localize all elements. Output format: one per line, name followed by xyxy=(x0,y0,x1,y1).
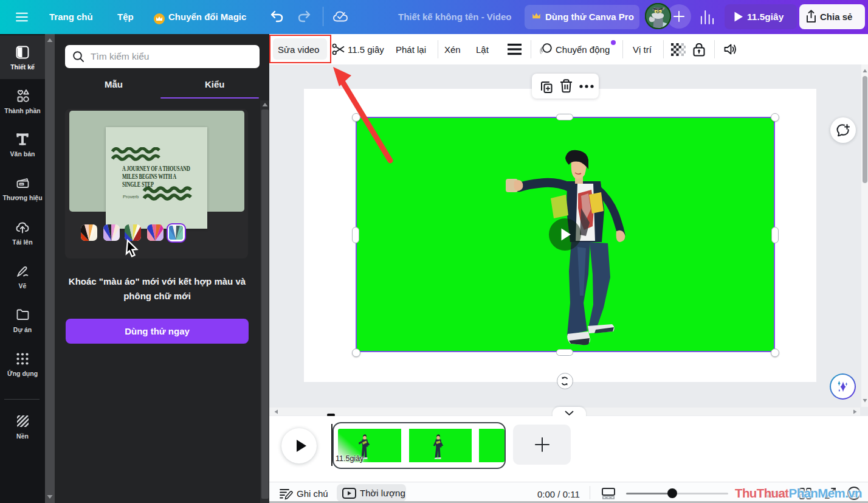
svg-text:co.: co. xyxy=(19,182,23,186)
